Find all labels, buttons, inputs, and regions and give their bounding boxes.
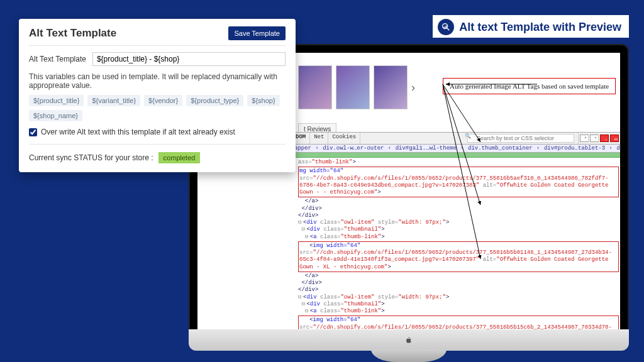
chevron-right-icon[interactable]: ›: [411, 81, 415, 94]
alt-template-card: Alt Text Template Save Template Alt Text…: [19, 19, 296, 172]
variable-chip[interactable]: ${shop}: [247, 95, 279, 106]
product-thumb[interactable]: [298, 65, 332, 109]
devtools-tab-net[interactable]: Net: [310, 133, 328, 144]
product-thumb[interactable]: [374, 65, 408, 109]
devtools-highlight-bar: [292, 153, 620, 158]
sync-status-label: Current sync STATUS for your store :: [29, 153, 153, 162]
devtools-minimize-button[interactable]: ▭: [610, 134, 619, 142]
devtools-tab-cookies[interactable]: Cookies: [328, 133, 360, 144]
template-variables: ${product_title} ${variant_title} ${vend…: [29, 95, 286, 121]
overwrite-checkbox[interactable]: [29, 128, 37, 136]
product-thumb[interactable]: [336, 65, 370, 109]
devtools-tabs: DOM Net Cookies ˄ ˅ – ▭: [292, 133, 620, 145]
template-field-label: Alt Text Template: [29, 55, 86, 63]
svg-rect-1: [443, 27, 444, 28]
variable-chip[interactable]: ${variant_title}: [87, 95, 140, 106]
save-template-button[interactable]: Save Template: [228, 26, 286, 40]
variable-chip[interactable]: ${product_title}: [29, 95, 84, 106]
variable-chip[interactable]: ${shop_name}: [29, 110, 82, 121]
overwrite-checkbox-row[interactable]: Over write Alt text with this template i…: [29, 128, 286, 145]
devtools-down-button[interactable]: ˅: [590, 134, 599, 142]
template-help-text: This variables can be used in template. …: [29, 72, 286, 90]
variable-chip[interactable]: ${product_type}: [186, 95, 243, 106]
product-thumbnails: ›: [298, 65, 415, 109]
monitor-chin: [189, 329, 629, 351]
devtools-search-input[interactable]: [467, 134, 574, 143]
callout-text: Auto generated Image ALT Tags based on s…: [450, 82, 609, 90]
callout-box: Auto generated Image ALT Tags based on s…: [443, 78, 616, 94]
search-icon: [464, 133, 579, 144]
sync-status-badge: completed: [158, 152, 201, 163]
apple-icon: [404, 335, 414, 345]
monitor-stand: [371, 349, 447, 362]
devtools-panel: DOM Net Cookies ˄ ˅ – ▭ apper ‹ div.owl-…: [292, 132, 620, 331]
svg-rect-3: [446, 25, 447, 28]
devtools-code[interactable]: ass="thumb-link"> mg width="64" src="//c…: [292, 158, 620, 331]
page-banner: Alt text Template with Preview: [433, 15, 629, 39]
overwrite-label: Over write Alt text with this template i…: [41, 128, 235, 136]
devtools-up-button[interactable]: ˄: [580, 134, 589, 142]
variable-chip[interactable]: ${vendor}: [144, 95, 182, 106]
seo-icon: [438, 19, 454, 35]
card-title: Alt Text Template: [29, 27, 116, 40]
devtools-breadcrumb[interactable]: apper ‹ div.owl-w…er-outer ‹ div#gal1.…w…: [292, 145, 620, 153]
svg-rect-2: [445, 26, 445, 28]
devtools-close-button[interactable]: –: [600, 134, 609, 142]
devtools-search: ˄ ˅ – ▭: [464, 133, 620, 144]
banner-title: Alt text Template with Preview: [459, 21, 621, 34]
template-field-input[interactable]: [92, 52, 286, 66]
